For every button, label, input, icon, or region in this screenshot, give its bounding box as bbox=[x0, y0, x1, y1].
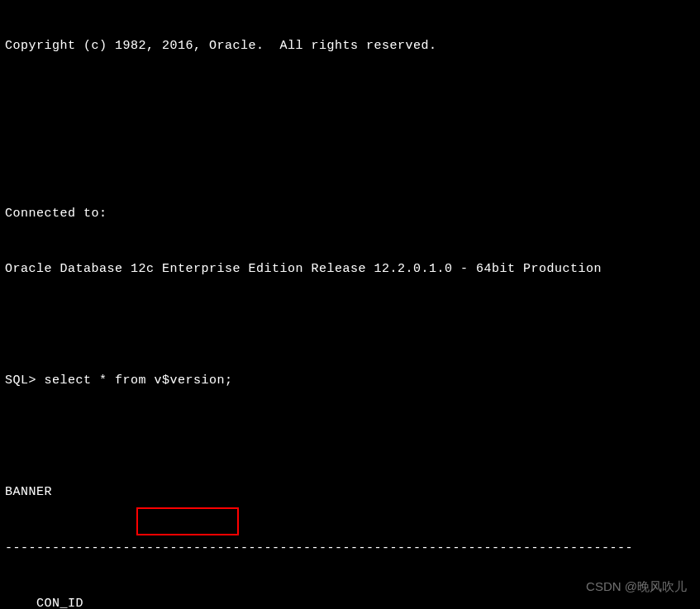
separator-line: ----------------------------------------… bbox=[5, 540, 695, 559]
output-line: Copyright (c) 1982, 2016, Oracle. All ri… bbox=[5, 37, 695, 56]
terminal-output[interactable]: Copyright (c) 1982, 2016, Oracle. All ri… bbox=[5, 0, 695, 609]
column-header: BANNER bbox=[5, 483, 695, 502]
output-line bbox=[5, 428, 695, 447]
column-header: CON_ID bbox=[5, 595, 695, 609]
output-line: Connected to: bbox=[5, 205, 695, 224]
output-line: Oracle Database 12c Enterprise Edition R… bbox=[5, 260, 695, 279]
watermark-text: CSDN @晚风吹儿 bbox=[586, 578, 687, 597]
sql-command-line: SQL> select * from v$version; bbox=[5, 372, 695, 391]
output-line bbox=[5, 93, 695, 112]
output-line bbox=[5, 149, 695, 168]
output-line bbox=[5, 316, 695, 335]
